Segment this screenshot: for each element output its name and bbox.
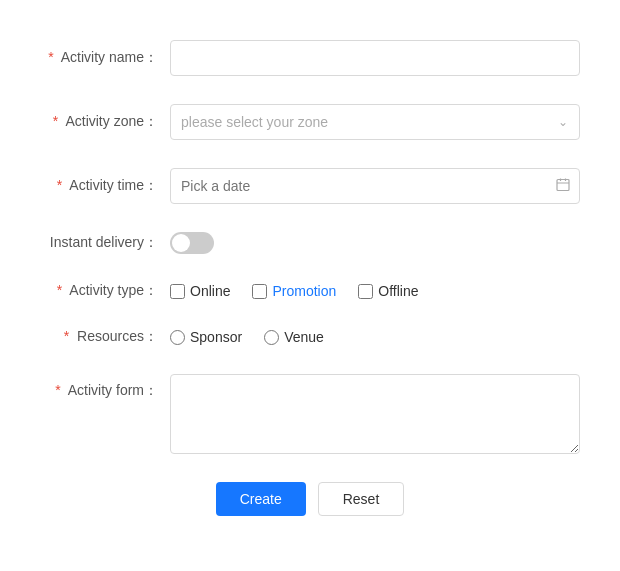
activity-form-label: * Activity form： (40, 374, 170, 400)
activity-time-input[interactable] (170, 168, 580, 204)
activity-name-row: * Activity name： (40, 40, 580, 76)
radio-label-sponsor: Sponsor (190, 329, 242, 345)
radio-sponsor[interactable] (170, 330, 185, 345)
required-star: * (48, 49, 53, 65)
activity-type-checkbox-group: Online Promotion Offline (170, 283, 433, 299)
required-star-type: * (57, 282, 62, 298)
activity-zone-select-wrapper: please select your zone Zone 1 Zone 2 Zo… (170, 104, 580, 140)
checkbox-online[interactable] (170, 284, 185, 299)
required-star-zone: * (53, 113, 58, 129)
instant-delivery-label: Instant delivery： (40, 234, 170, 252)
activity-name-label: * Activity name： (40, 49, 170, 67)
checkbox-item-offline[interactable]: Offline (358, 283, 418, 299)
checkbox-label-promotion: Promotion (272, 283, 336, 299)
required-star-form: * (55, 382, 60, 398)
instant-delivery-toggle[interactable] (170, 232, 214, 254)
reset-button[interactable]: Reset (318, 482, 405, 516)
checkbox-label-online: Online (190, 283, 230, 299)
create-button[interactable]: Create (216, 482, 306, 516)
resources-radio-group: Sponsor Venue (170, 329, 338, 345)
radio-venue[interactable] (264, 330, 279, 345)
radio-item-venue[interactable]: Venue (264, 329, 324, 345)
activity-time-row: * Activity time： (40, 168, 580, 204)
activity-form-row: * Activity form： (40, 374, 580, 454)
activity-type-label: * Activity type： (40, 282, 170, 300)
activity-form-textarea[interactable] (170, 374, 580, 454)
checkbox-item-online[interactable]: Online (170, 283, 230, 299)
activity-type-row: * Activity type： Online Promotion Offlin… (40, 282, 580, 300)
form-container: * Activity name： * Activity zone： please… (30, 20, 590, 536)
checkbox-offline[interactable] (358, 284, 373, 299)
radio-label-venue: Venue (284, 329, 324, 345)
activity-name-input[interactable] (170, 40, 580, 76)
activity-zone-label: * Activity zone： (40, 113, 170, 131)
radio-item-sponsor[interactable]: Sponsor (170, 329, 242, 345)
checkbox-item-promotion[interactable]: Promotion (252, 283, 336, 299)
activity-zone-row: * Activity zone： please select your zone… (40, 104, 580, 140)
activity-zone-select[interactable]: please select your zone Zone 1 Zone 2 Zo… (170, 104, 580, 140)
checkbox-label-offline: Offline (378, 283, 418, 299)
buttons-row: Create Reset (40, 482, 580, 516)
required-star-resources: * (64, 328, 69, 344)
resources-label: * Resources： (40, 328, 170, 346)
resources-row: * Resources： Sponsor Venue (40, 328, 580, 346)
instant-delivery-row: Instant delivery： (40, 232, 580, 254)
activity-time-date-wrapper (170, 168, 580, 204)
checkbox-promotion[interactable] (252, 284, 267, 299)
activity-time-label: * Activity time： (40, 177, 170, 195)
toggle-slider (170, 232, 214, 254)
required-star-time: * (57, 177, 62, 193)
